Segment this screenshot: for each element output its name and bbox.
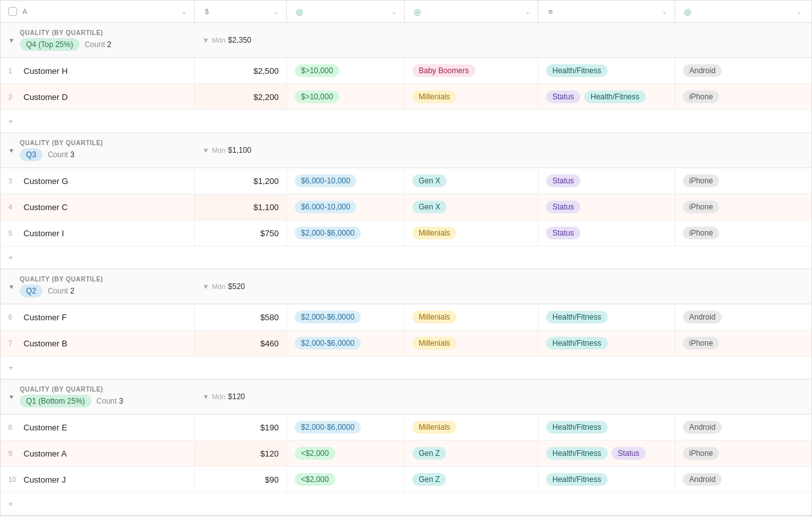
clv-value-5: $750 — [260, 229, 279, 238]
add-row-q1: + — [1, 493, 811, 515]
main-table: A ⌄ $ ⌄ ◎ ⌄ ◎ ⌄ ≡ ⌄ ◎ ⌄ — [0, 0, 812, 516]
device-sort-icon[interactable]: ⌄ — [796, 8, 801, 15]
table-row: 7 Customer B $460$2,000-$6,0000Millenial… — [1, 330, 811, 357]
cell-motivation-5: Status — [538, 220, 675, 246]
group-q4: ▼ QUALITY (BY QUARTILE) Q4 (Top 25%) Cou… — [1, 23, 811, 133]
cell-device-2: iPhone — [675, 84, 809, 110]
group-header-right-q1: ▼ Mdn $120 — [195, 390, 811, 404]
motivation-badge: Status — [546, 90, 580, 103]
mdn-value-q4: $2,350 — [228, 36, 251, 45]
customer-name-2: Customer D — [24, 92, 67, 102]
name-sort-icon[interactable]: ⌄ — [181, 8, 186, 15]
device-badge: iPhone — [683, 227, 719, 239]
cell-income-8: $2,000-$6,0000 — [287, 414, 405, 440]
group-tag-q2: Q2 — [20, 285, 43, 297]
cell-clv-9: $120 — [195, 441, 287, 466]
cell-device-3: iPhone — [675, 168, 809, 194]
table-row: 9 Customer A $120<$2,000Gen ZHealth/Fitn… — [1, 441, 811, 467]
cell-motivation-2: StatusHealth/Fitness — [538, 84, 675, 110]
table-row: 10 Customer J $90<$2,000Gen ZHealth/Fitn… — [1, 467, 811, 493]
income-col-icon: ◎ — [295, 7, 304, 16]
cell-name-8: 8 Customer E — [1, 414, 195, 440]
select-all-checkbox[interactable] — [8, 7, 17, 16]
cell-motivation-6: Health/Fitness — [538, 304, 675, 330]
group-q3: ▼ QUALITY (BY QUARTILE) Q3 Count 3 ▼ Mdn… — [1, 133, 811, 269]
cell-clv-8: $190 — [195, 414, 287, 440]
mdn-arrow-q4: ▼ — [202, 36, 209, 44]
collapse-q1[interactable]: ▼ — [8, 393, 15, 400]
cell-income-3: $6,000-10,000 — [287, 168, 405, 194]
cell-age-3: Gen X — [405, 168, 538, 194]
group-tag-q4: Q4 (Top 25%) — [20, 38, 80, 51]
clv-value-10: $90 — [265, 475, 279, 485]
device-badge: iPhone — [683, 447, 719, 460]
motivation-badge: Health/Fitness — [546, 337, 608, 350]
cell-age-6: Millenials — [405, 304, 538, 330]
cell-age-7: Millenials — [405, 330, 538, 356]
income-sort-icon[interactable]: ⌄ — [391, 8, 396, 15]
row-num-8: 8 — [8, 423, 20, 431]
cell-device-4: iPhone — [675, 194, 809, 220]
group-tag-q1: Q1 (Bottom 25%) — [20, 395, 92, 407]
age-badge-4: Gen X — [412, 201, 447, 213]
clv-value-7: $460 — [260, 339, 279, 348]
clv-value-8: $190 — [260, 423, 279, 432]
add-record-button-q3[interactable]: + — [1, 250, 195, 265]
mdn-arrow-q3: ▼ — [202, 146, 209, 154]
add-row-q4: + — [1, 110, 811, 132]
table-row: 3 Customer G $1,200$6,000-10,000Gen XSta… — [1, 168, 811, 194]
group-tag-q3: Q3 — [20, 148, 43, 161]
cell-motivation-1: Health/Fitness — [538, 58, 675, 83]
motivation-badge: Status — [612, 447, 646, 460]
group-header-left-q4: ▼ QUALITY (BY QUARTILE) Q4 (Top 25%) Cou… — [1, 27, 195, 53]
age-badge-1: Baby Boomers — [412, 64, 475, 77]
cell-device-8: Android — [675, 414, 809, 440]
clv-sort-icon[interactable]: ⌄ — [274, 8, 279, 15]
header-motivation: ≡ ⌄ — [538, 1, 675, 22]
mdn-value-q2: $520 — [228, 282, 245, 291]
age-sort-icon[interactable]: ⌄ — [525, 8, 530, 15]
age-badge-5: Millenials — [412, 227, 456, 239]
add-record-button-q4[interactable]: + — [1, 114, 195, 129]
add-record-button-q2[interactable]: + — [1, 360, 195, 375]
age-badge-7: Millenials — [412, 337, 456, 350]
income-badge-5: $2,000-$6,0000 — [295, 227, 361, 239]
group-count-q4: Count 2 — [85, 40, 111, 49]
group-header-left-q2: ▼ QUALITY (BY QUARTILE) Q2 Count 2 — [1, 273, 195, 300]
cell-clv-4: $1,100 — [195, 194, 287, 220]
motivation-badge: Status — [546, 227, 580, 239]
add-record-button-q1[interactable]: + — [1, 497, 195, 511]
mdn-label-q3: Mdn — [212, 146, 225, 154]
motivation-badge: Status — [546, 174, 580, 187]
clv-value-3: $1,200 — [253, 176, 279, 186]
cell-clv-6: $580 — [195, 304, 287, 330]
income-badge-3: $6,000-10,000 — [295, 174, 356, 187]
cell-name-4: 4 Customer C — [1, 194, 195, 220]
motivation-badge: Health/Fitness — [546, 447, 608, 460]
cell-motivation-8: Health/Fitness — [538, 414, 675, 440]
income-badge-6: $2,000-$6,0000 — [295, 311, 361, 323]
cell-device-1: Android — [675, 58, 809, 83]
quality-label-q3: QUALITY (BY QUARTILE) — [20, 139, 103, 146]
collapse-q2[interactable]: ▼ — [8, 283, 15, 290]
motivation-badge: Health/Fitness — [546, 64, 608, 77]
customer-name-5: Customer I — [24, 229, 64, 238]
group-header-left-q3: ▼ QUALITY (BY QUARTILE) Q3 Count 3 — [1, 137, 195, 164]
motivation-sort-icon[interactable]: ⌄ — [662, 8, 667, 15]
motivation-badge: Health/Fitness — [584, 90, 646, 103]
collapse-q4[interactable]: ▼ — [8, 37, 15, 44]
collapse-q3[interactable]: ▼ — [8, 147, 15, 154]
row-num-10: 10 — [8, 476, 20, 483]
cell-motivation-10: Health/Fitness — [538, 467, 675, 492]
header-age-group: ◎ ⌄ — [405, 1, 538, 22]
customer-name-9: Customer A — [24, 449, 67, 458]
row-num-5: 5 — [8, 229, 20, 237]
row-num-7: 7 — [8, 339, 20, 347]
table-row: 5 Customer I $750$2,000-$6,0000Millenial… — [1, 220, 811, 246]
cell-motivation-4: Status — [538, 194, 675, 220]
group-header-q4: ▼ QUALITY (BY QUARTILE) Q4 (Top 25%) Cou… — [1, 23, 811, 58]
group-header-right-q3: ▼ Mdn $1,100 — [195, 143, 811, 157]
cell-device-7: iPhone — [675, 330, 809, 356]
table-row: 1 Customer H $2,500$>10,000Baby BoomersH… — [1, 58, 811, 84]
group-header-right-q4: ▼ Mdn $2,350 — [195, 33, 811, 47]
